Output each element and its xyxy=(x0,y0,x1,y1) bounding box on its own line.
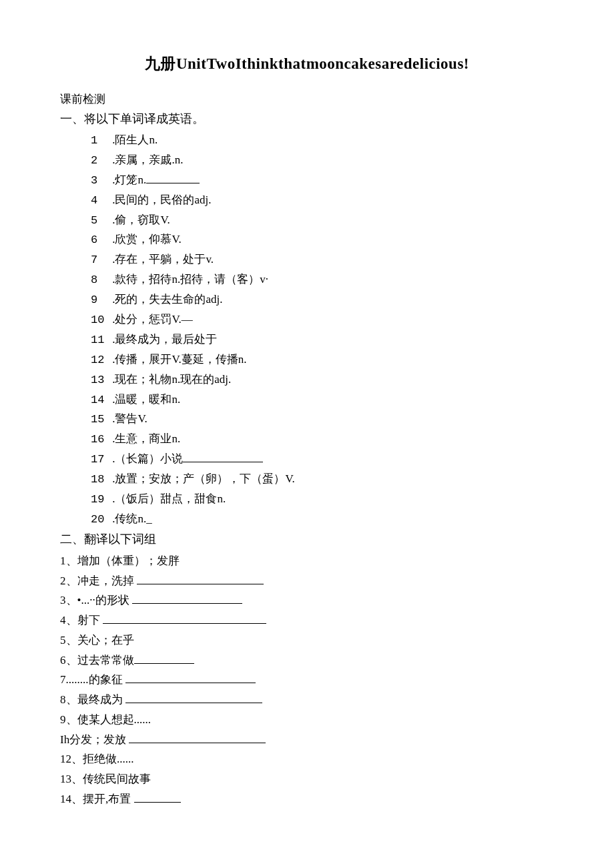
item-text: .死的，失去生命的adj. xyxy=(112,293,222,306)
list-item: 3 .灯笼n. xyxy=(91,171,554,191)
item-number: 6 xyxy=(91,231,105,250)
answer-blank xyxy=(137,573,264,584)
list-item: 2、冲走，洗掉 xyxy=(60,571,554,591)
list-item: 8 .款待，招待n.招待，请（客）v· xyxy=(91,270,554,290)
item-number: 14 xyxy=(91,391,105,410)
item-number: 9 xyxy=(91,291,105,310)
answer-blank xyxy=(125,673,256,683)
item-text: .灯笼n. xyxy=(112,173,146,186)
item-text: 1、增加（体重）；发胖 xyxy=(60,554,180,567)
item-text: 8、最终成为 xyxy=(60,693,125,706)
list-item: 1、增加（体重）；发胖 xyxy=(60,551,554,571)
section2-heading: 二、翻译以下词组 xyxy=(60,531,554,547)
item-text: .现在；礼物n.现在的adj. xyxy=(112,373,231,386)
item-number: 15 xyxy=(91,410,105,430)
list-item: 8、最终成为 xyxy=(60,690,554,710)
item-text: .传统n._ xyxy=(112,512,152,525)
list-item: 4 .民间的，民俗的adj. xyxy=(91,191,554,211)
list-item: 14、摆开,布置 xyxy=(60,789,554,809)
list-item: 7........的象征 xyxy=(60,670,554,690)
list-item: 13、传统民间故事 xyxy=(60,769,554,789)
item-text: .温暖，暖和n. xyxy=(112,393,180,406)
item-number: 18 xyxy=(91,470,105,490)
list-item: 19 .（饭后）甜点，甜食n. xyxy=(91,490,554,510)
answer-blank xyxy=(183,452,263,462)
answer-blank xyxy=(103,613,266,624)
answer-blank xyxy=(132,593,242,604)
item-text: .款待，招待n.招待，请（客）v· xyxy=(112,273,268,286)
item-number: 10 xyxy=(91,311,105,330)
item-text: .民间的，民俗的adj. xyxy=(112,193,211,206)
answer-blank xyxy=(125,693,262,703)
item-number: 17 xyxy=(91,450,105,470)
worksheet-page: 九册UnitTwoIthinkthatmooncakesaredelicious… xyxy=(0,0,614,849)
item-text: .（饭后）甜点，甜食n. xyxy=(112,492,226,505)
list-item: Ih分发；发放 xyxy=(60,730,554,750)
list-item: 5 .偷，窃取V. xyxy=(91,211,554,231)
item-number: 5 xyxy=(91,211,105,231)
item-number: 8 xyxy=(91,271,105,290)
list-item: 5、关心；在乎 xyxy=(60,630,554,650)
list-item: 9、使某人想起...... xyxy=(60,710,554,730)
list-item: 1 .陌生人n. xyxy=(91,131,554,151)
item-text: .存在，平躺，处于v. xyxy=(112,253,214,266)
item-text: .生意，商业n. xyxy=(112,432,180,445)
list-item: 6、过去常常做 xyxy=(60,650,554,671)
item-text: 6、过去常常做 xyxy=(60,654,134,667)
list-item: 20 .传统n._ xyxy=(91,510,554,530)
list-item: 12、拒绝做...... xyxy=(60,749,554,769)
list-item: 7 .存在，平躺，处于v. xyxy=(91,250,554,270)
item-text: .（长篇）小说 xyxy=(112,452,183,465)
list-item: 2 .亲属，亲戚.n. xyxy=(91,151,554,171)
list-item: 16 .生意，商业n. xyxy=(91,430,554,450)
section2-list: 1、增加（体重）；发胖2、冲走，洗掉 3、•...··的形状 4、射下 5、关心… xyxy=(60,551,554,809)
list-item: 4、射下 xyxy=(60,610,554,630)
item-number: 20 xyxy=(91,510,105,530)
item-text: .偷，窃取V. xyxy=(112,213,170,226)
pretest-label: 课前检测 xyxy=(60,91,554,107)
item-number: 16 xyxy=(91,430,105,450)
answer-blank xyxy=(134,792,181,803)
list-item: 10 .处分，惩罚V.— xyxy=(91,310,554,330)
list-item: 17 .（长篇）小说 xyxy=(91,450,554,470)
answer-blank xyxy=(134,653,194,663)
item-text: 4、射下 xyxy=(60,614,103,626)
item-text: 12、拒绝做...... xyxy=(60,753,134,765)
item-number: 1 xyxy=(91,131,105,151)
item-text: 7........的象征 xyxy=(60,673,125,686)
item-number: 3 xyxy=(91,171,105,191)
item-number: 2 xyxy=(91,151,105,171)
item-text: .欣赏，仰慕V. xyxy=(112,233,182,246)
page-title: 九册UnitTwoIthinkthatmooncakesaredelicious… xyxy=(60,53,554,74)
list-item: 13 .现在；礼物n.现在的adj. xyxy=(91,370,554,390)
item-text: .亲属，亲戚.n. xyxy=(112,153,183,166)
list-item: 3、•...··的形状 xyxy=(60,590,554,610)
item-number: 11 xyxy=(91,331,105,350)
answer-blank xyxy=(146,172,200,183)
item-text: 9、使某人想起...... xyxy=(60,713,151,726)
item-text: .最终成为，最后处于 xyxy=(112,333,217,346)
section1-list: 1 .陌生人n.2 .亲属，亲戚.n.3 .灯笼n.4 .民间的，民俗的adj.… xyxy=(60,131,554,530)
answer-blank xyxy=(129,732,266,743)
list-item: 11 .最终成为，最后处于 xyxy=(91,330,554,350)
item-text: 3、•...··的形状 xyxy=(60,594,132,606)
item-number: 12 xyxy=(91,351,105,370)
list-item: 9 .死的，失去生命的adj. xyxy=(91,290,554,310)
item-number: 4 xyxy=(91,191,105,211)
item-text: .处分，惩罚V.— xyxy=(112,313,193,326)
item-text: 2、冲走，洗掉 xyxy=(60,574,137,587)
list-item: 6 .欣赏，仰慕V. xyxy=(91,230,554,250)
list-item: 15 .警告V. xyxy=(91,410,554,430)
item-text: 5、关心；在乎 xyxy=(60,634,134,646)
item-number: 13 xyxy=(91,371,105,390)
item-text: .警告V. xyxy=(112,412,147,425)
item-text: 13、传统民间故事 xyxy=(60,773,151,785)
item-text: 14、摆开,布置 xyxy=(60,793,134,805)
list-item: 12 .传播，展开V.蔓延，传播n. xyxy=(91,350,554,370)
item-number: 19 xyxy=(91,490,105,510)
list-item: 14 .温暖，暖和n. xyxy=(91,390,554,410)
section1-heading: 一、将以下单词译成英语。 xyxy=(60,111,554,127)
item-number: 7 xyxy=(91,251,105,270)
item-text: .陌生人n. xyxy=(112,133,158,146)
item-text: .放置；安放；产（卵），下（蛋）V. xyxy=(112,472,295,485)
